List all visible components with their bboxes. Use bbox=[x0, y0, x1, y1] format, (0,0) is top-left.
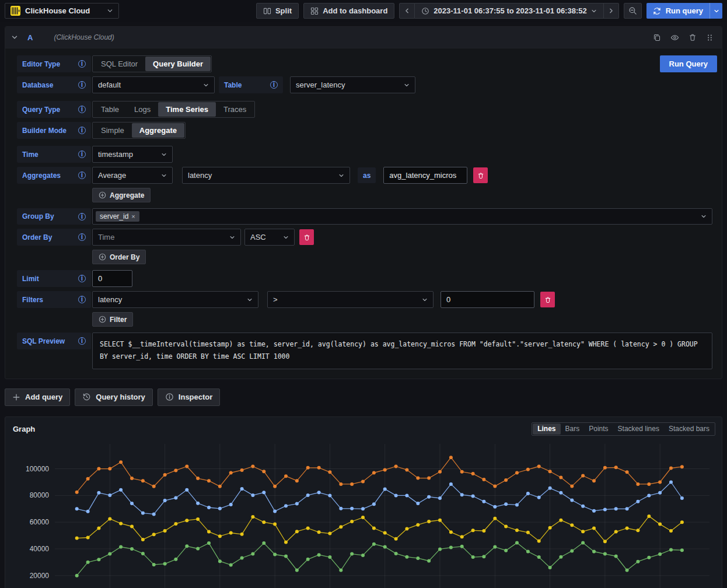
sync-icon bbox=[653, 7, 661, 15]
database-table-row: Database i default Table i server_latenc… bbox=[17, 76, 717, 93]
query-type-option-traces[interactable]: Traces bbox=[216, 102, 254, 117]
aggregate-alias-input[interactable] bbox=[383, 167, 467, 184]
aggregate-column-select[interactable]: latency bbox=[182, 167, 350, 184]
query-type-option-time-series[interactable]: Time Series bbox=[158, 102, 216, 117]
chevron-down-icon bbox=[283, 235, 289, 240]
info-icon[interactable]: i bbox=[78, 337, 86, 345]
query-type-row: Query Type i Table Logs Time Series Trac… bbox=[17, 101, 717, 118]
info-icon[interactable]: i bbox=[78, 296, 86, 303]
remove-filter-button[interactable] bbox=[540, 292, 555, 307]
editor-type-option-sql-editor[interactable]: SQL Editor bbox=[93, 57, 145, 71]
aggregate-function-select[interactable]: Average bbox=[92, 167, 173, 184]
chevron-down-icon bbox=[701, 214, 707, 219]
remove-query-trash-icon[interactable] bbox=[688, 33, 697, 41]
query-row-header[interactable]: A (ClickHouse Cloud) bbox=[5, 27, 722, 48]
run-query-inline-button[interactable]: Run Query bbox=[660, 55, 717, 72]
builder-mode-option-aggregate[interactable]: Aggregate bbox=[132, 123, 184, 138]
filter-value-input[interactable] bbox=[441, 291, 534, 308]
add-filter-button[interactable]: Filter bbox=[92, 312, 133, 327]
graph-style-lines[interactable]: Lines bbox=[533, 424, 560, 435]
info-icon[interactable]: i bbox=[78, 172, 86, 179]
time-range-label: 2023-11-01 06:37:55 to 2023-11-01 06:38:… bbox=[434, 6, 586, 15]
explore-toolbar: ClickHouse Cloud Split Add to dashboard … bbox=[0, 0, 727, 22]
query-history-button[interactable]: Query history bbox=[75, 388, 153, 406]
graph-panel-title: Graph bbox=[13, 425, 35, 433]
add-order-by-button[interactable]: Order By bbox=[92, 250, 146, 264]
table-select[interactable]: server_latency bbox=[290, 76, 415, 93]
chevron-down-icon bbox=[247, 297, 253, 303]
query-type-option-logs[interactable]: Logs bbox=[127, 102, 158, 117]
magnifier-minus-icon bbox=[628, 6, 637, 15]
limit-input[interactable] bbox=[92, 270, 132, 287]
zoom-out-button[interactable] bbox=[624, 3, 642, 19]
chevron-right-icon bbox=[608, 8, 614, 14]
time-column-select[interactable]: timestamp bbox=[92, 146, 173, 163]
info-icon[interactable]: i bbox=[78, 60, 86, 68]
duplicate-query-icon[interactable] bbox=[653, 33, 661, 41]
plus-circle-icon bbox=[99, 253, 106, 261]
builder-mode-option-simple[interactable]: Simple bbox=[93, 123, 132, 138]
run-query-button[interactable]: Run query bbox=[646, 3, 709, 19]
chevron-left-icon bbox=[404, 8, 410, 14]
database-select[interactable]: default bbox=[92, 76, 215, 93]
plus-circle-icon bbox=[99, 316, 106, 323]
graph-style-stacked-bars[interactable]: Stacked bars bbox=[664, 424, 714, 435]
filters-label: Filters i bbox=[17, 291, 91, 308]
remove-order-by-button[interactable] bbox=[299, 229, 314, 245]
group-by-tag: server_id × bbox=[96, 211, 139, 222]
remove-aggregate-button[interactable] bbox=[473, 167, 488, 183]
time-range-button[interactable]: 2023-11-01 06:37:55 to 2023-11-01 06:38:… bbox=[415, 3, 603, 19]
info-icon[interactable]: i bbox=[78, 213, 86, 220]
chevron-down-icon bbox=[229, 235, 235, 240]
graph-style-bars[interactable]: Bars bbox=[561, 424, 585, 435]
run-query-dropdown[interactable] bbox=[709, 3, 722, 19]
info-icon[interactable]: i bbox=[270, 81, 278, 89]
order-by-field-select[interactable]: Time bbox=[92, 229, 241, 246]
plus-circle-icon bbox=[99, 191, 106, 199]
filter-operator-select[interactable]: > bbox=[267, 291, 434, 308]
time-series-chart[interactable]: 2000040000600008000010000006:38:0006:38:… bbox=[11, 439, 714, 588]
collapse-chevron-icon[interactable] bbox=[11, 34, 18, 41]
add-to-dashboard-button[interactable]: Add to dashboard bbox=[303, 3, 394, 19]
database-label: Database i bbox=[17, 76, 91, 93]
time-shift-back-button[interactable] bbox=[399, 3, 415, 19]
info-circle-icon bbox=[165, 393, 174, 401]
drag-handle-icon[interactable] bbox=[706, 34, 714, 41]
query-ref-id: A bbox=[27, 33, 33, 42]
clock-icon bbox=[421, 7, 429, 15]
editor-type-row: Editor Type i SQL Editor Query Builder bbox=[17, 55, 717, 72]
graph-style-points[interactable]: Points bbox=[584, 424, 613, 435]
remove-tag-icon[interactable]: × bbox=[131, 213, 135, 220]
order-direction-select[interactable]: ASC bbox=[244, 229, 295, 246]
info-icon[interactable]: i bbox=[78, 275, 86, 282]
add-query-button[interactable]: Add query bbox=[5, 388, 70, 406]
sql-preview-code: SELECT $__timeInterval(timestamp) as tim… bbox=[92, 332, 712, 369]
query-type-radio-group: Table Logs Time Series Traces bbox=[92, 101, 255, 118]
info-icon[interactable]: i bbox=[78, 81, 86, 89]
graph-panel-header: Graph Lines Bars Points Stacked lines St… bbox=[13, 422, 715, 436]
info-icon[interactable]: i bbox=[78, 233, 86, 241]
split-button[interactable]: Split bbox=[256, 3, 299, 19]
chevron-down-icon bbox=[203, 82, 209, 88]
group-by-multiselect[interactable]: server_id × bbox=[92, 208, 712, 225]
graph-style-radio-group: Lines Bars Points Stacked lines Stacked … bbox=[532, 422, 715, 436]
editor-type-option-query-builder[interactable]: Query Builder bbox=[145, 57, 211, 71]
inspector-button[interactable]: Inspector bbox=[158, 388, 221, 406]
time-shift-forward-button[interactable] bbox=[604, 3, 619, 19]
svg-text:100000: 100000 bbox=[26, 464, 49, 473]
apps-grid-icon bbox=[310, 7, 319, 15]
filter-field-select[interactable]: latency bbox=[92, 291, 258, 308]
add-aggregate-button[interactable]: Aggregate bbox=[92, 188, 151, 202]
disable-query-eye-icon[interactable] bbox=[670, 33, 679, 42]
info-icon[interactable]: i bbox=[78, 127, 86, 134]
graph-panel: Graph Lines Bars Points Stacked lines St… bbox=[5, 416, 722, 588]
info-icon[interactable]: i bbox=[78, 106, 86, 113]
aggregates-label: Aggregates i bbox=[17, 167, 91, 184]
graph-style-stacked-lines[interactable]: Stacked lines bbox=[613, 424, 664, 435]
run-query-split-button: Run query bbox=[646, 3, 722, 19]
datasource-picker[interactable]: ClickHouse Cloud bbox=[5, 3, 119, 19]
group-by-row: Group By i server_id × bbox=[17, 208, 717, 225]
query-type-option-table[interactable]: Table bbox=[93, 102, 127, 117]
info-icon[interactable]: i bbox=[78, 150, 86, 158]
svg-text:40000: 40000 bbox=[30, 544, 50, 552]
